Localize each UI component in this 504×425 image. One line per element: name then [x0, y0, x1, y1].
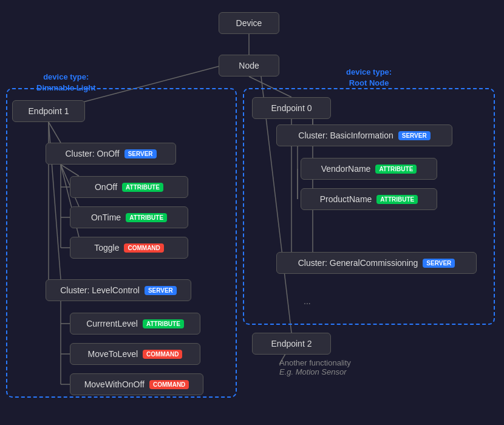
cluster-levelcontrol: Cluster: LevelControl SERVER: [46, 279, 191, 301]
attribute-badge-currentlevel: ATTRIBUTE: [143, 319, 184, 328]
endpoint-0: Endpoint 0: [252, 97, 331, 119]
attr-onoff: OnOff ATTRIBUTE: [70, 176, 188, 198]
endpoint-1: Endpoint 1: [12, 100, 85, 122]
server-badge-basicinfo: SERVER: [398, 131, 431, 140]
endpoint-2: Endpoint 2: [252, 333, 331, 355]
command-badge-movetolevel: COMMAND: [143, 350, 182, 359]
cmd-movetolevel: MoveToLevel COMMAND: [70, 343, 200, 365]
attr-vendorname: VendorName ATTRIBUTE: [301, 158, 437, 180]
node-node: Node: [219, 55, 279, 76]
server-badge-onoff: SERVER: [124, 149, 157, 158]
cmd-movewithonoff: MoveWithOnOff COMMAND: [70, 373, 203, 395]
ellipsis: ...: [304, 296, 311, 306]
cluster-basicinfo: Cluster: BasicInformation SERVER: [276, 124, 452, 146]
attribute-badge-ontime: ATTRIBUTE: [126, 213, 167, 222]
attribute-badge-vendorname: ATTRIBUTE: [375, 165, 417, 174]
attr-productname: ProductName ATTRIBUTE: [301, 188, 437, 210]
server-badge-generalcomm: SERVER: [423, 259, 455, 268]
cluster-generalcomm: Cluster: GeneralCommissioning SERVER: [276, 252, 477, 274]
endpoint2-note: Another functionality E.g. Motion Sensor: [279, 358, 351, 376]
root-node-label: device type: Root Node: [346, 67, 392, 89]
dimmable-light-label: device type: Dimmable Light: [36, 72, 96, 93]
device-node: Device: [219, 12, 279, 34]
command-badge-movewithonoff: COMMAND: [149, 380, 189, 389]
endpoint2-note-line2: E.g. Motion Sensor: [279, 367, 351, 376]
cmd-toggle: Toggle COMMAND: [70, 237, 188, 259]
diagram: device type: Dimmable Light device type:…: [0, 0, 504, 425]
attr-ontime: OnTime ATTRIBUTE: [70, 206, 188, 228]
attribute-badge-productname: ATTRIBUTE: [376, 195, 418, 204]
attr-currentlevel: CurrrentLevel ATTRIBUTE: [70, 313, 200, 335]
cluster-onoff: Cluster: OnOff SERVER: [46, 143, 176, 165]
endpoint2-note-line1: Another functionality: [279, 358, 351, 367]
server-badge-levelcontrol: SERVER: [145, 286, 177, 295]
attribute-badge-onoff: ATTRIBUTE: [122, 183, 163, 192]
command-badge-toggle: COMMAND: [124, 243, 163, 253]
